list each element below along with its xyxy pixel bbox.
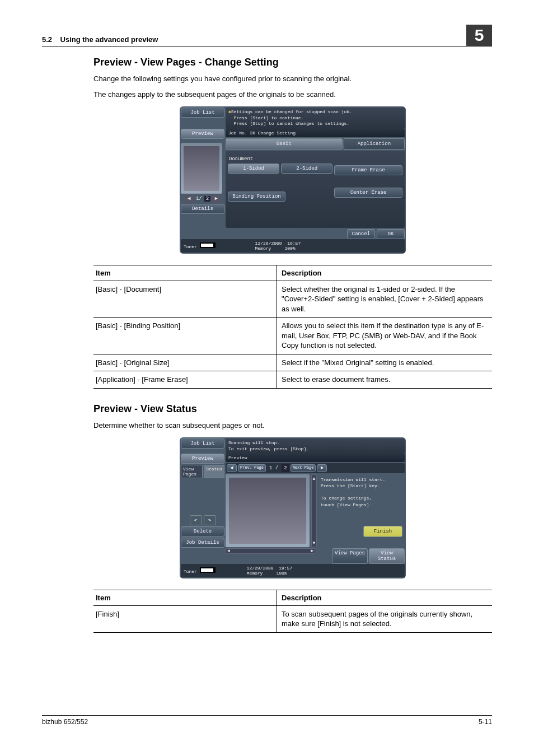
pager-current: 1 / — [267, 464, 280, 472]
footer-page-number: 5-11 — [479, 718, 492, 726]
info-line: To change settings, — [321, 496, 372, 501]
cell-desc: Select to erase document frames. — [277, 371, 492, 389]
page-preview — [226, 474, 310, 547]
one-sided-button[interactable]: 1-Sided — [228, 164, 279, 174]
cell-desc: Select if the "Mixed Original" setting i… — [277, 354, 492, 371]
prev-page-button[interactable]: Prev. Page — [238, 464, 266, 472]
page-footer: bizhub 652/552 5-11 — [42, 715, 492, 726]
job-details-button[interactable]: Job Details — [181, 538, 224, 548]
instruction-note: Scanning will stop. To exit preview, pre… — [226, 438, 405, 454]
cancel-button[interactable]: Cancel — [347, 229, 375, 239]
preview-button[interactable]: Preview — [181, 454, 224, 464]
tab-basic[interactable]: Basic — [226, 138, 343, 150]
document-label: Document — [228, 153, 332, 162]
two-sided-button[interactable]: 2-Sided — [281, 164, 332, 174]
info-line: Transmission will start. — [321, 477, 385, 482]
info-line: touch [View Pages]. — [321, 502, 372, 507]
tab-row: Basic Application — [226, 138, 405, 150]
table-view-status: Item Description [Finish]To scan subsequ… — [93, 590, 492, 633]
job-list-button[interactable]: Job List — [181, 108, 224, 118]
table-change-setting: Item Description [Basic] - [Document]Sel… — [93, 265, 492, 389]
col-item: Item — [93, 265, 277, 281]
screenshot-view-status: Job List Scanning will stop. To exit pre… — [180, 437, 406, 578]
footer-memory-label: Memory — [247, 571, 263, 576]
toner-label: Toner — [184, 244, 197, 249]
note-line: Scanning will stop. — [228, 440, 279, 445]
prev-arrow-icon[interactable]: ◄ — [227, 464, 237, 472]
center-erase-button[interactable]: Center Erase — [334, 188, 402, 198]
status-info: Transmission will start. Press the [Star… — [318, 474, 405, 547]
pager-current: 1/ — [195, 196, 203, 202]
section-title: Using the advanced preview — [60, 35, 158, 44]
next-page-button[interactable]: Next Page — [291, 464, 316, 472]
toner-gauge-icon — [200, 242, 216, 248]
instruction-note: ◆Settings can be changed for stopped sca… — [226, 108, 405, 128]
paragraph: Determine whether to scan subsequent pag… — [93, 421, 492, 431]
horizontal-scrollbar[interactable]: ◄► — [226, 548, 315, 554]
cell-item: [Basic] - [Binding Position] — [93, 318, 277, 354]
frame-erase-button[interactable]: Frame Erase — [334, 165, 402, 175]
footer-date: 12/29/2009 — [255, 241, 282, 246]
view-status-button[interactable]: View Status — [369, 548, 405, 564]
view-pages-sidetab[interactable]: View Pages — [181, 465, 203, 478]
paragraph: Change the following settings you have c… — [93, 74, 492, 84]
note-line: Press [Start] to continue. — [234, 115, 304, 120]
view-pages-button[interactable]: View Pages — [332, 548, 368, 564]
next-arrow-icon[interactable]: ► — [212, 195, 221, 203]
toner-label: Toner — [184, 569, 197, 574]
mfp-footer: Toner 12/29/2009 19:57Memory 100% — [181, 239, 405, 253]
cell-desc: Allows you to select this item if the de… — [277, 318, 492, 354]
footer-memory-pct: 100% — [284, 246, 295, 251]
prev-arrow-icon[interactable]: ◄ — [185, 195, 194, 203]
binding-position-button[interactable]: Binding Position — [228, 192, 285, 202]
info-line: Press the [Start] key. — [321, 483, 380, 488]
cell-item: [Finish] — [93, 605, 277, 632]
cell-desc: To scan subsequent pages of the original… — [277, 605, 492, 632]
col-description: Description — [277, 590, 492, 605]
vertical-scrollbar[interactable]: ▲▼ — [311, 474, 317, 547]
footer-memory-pct: 100% — [276, 571, 287, 576]
footer-time: 19:57 — [279, 566, 292, 571]
footer-model: bizhub 652/552 — [42, 718, 88, 726]
view-area: ▲▼ Transmission will start. Press the [S… — [226, 474, 405, 547]
running-head: 5.2 Using the advanced preview 5 — [42, 22, 492, 46]
cell-item: [Basic] - [Document] — [93, 281, 277, 318]
section-number: 5.2 — [42, 35, 52, 44]
settings-panel: Document 1-Sided 2-Sided Binding Positio… — [226, 151, 405, 228]
pager: ◄ 1/ 2 ► — [181, 195, 224, 203]
note-line: To exit preview, press [Stop]. — [228, 446, 309, 451]
note-line: Settings can be changed for stopped scan… — [231, 109, 352, 114]
col-description: Description — [277, 265, 492, 281]
pager-total: 2 — [282, 464, 289, 472]
screenshot-change-setting: Job List ◆Settings can be changed for st… — [180, 106, 406, 253]
paragraph: The changes apply to the subsequent page… — [93, 90, 492, 100]
table-row: [Basic] - [Document]Select whether the o… — [93, 281, 492, 318]
page-thumbnail[interactable] — [181, 143, 222, 194]
cell-item: [Basic] - [Original Size] — [93, 354, 277, 371]
pager-total: 2 — [204, 196, 210, 202]
tab-application[interactable]: Application — [344, 138, 405, 150]
finish-button[interactable]: Finish — [363, 526, 402, 538]
rotate-left-icon[interactable]: ↶ — [190, 515, 202, 525]
job-list-button[interactable]: Job List — [181, 438, 224, 449]
rotate-right-icon[interactable]: ↷ — [204, 515, 216, 525]
details-button[interactable]: Details — [181, 204, 224, 214]
status-sidetab[interactable]: Status — [204, 465, 224, 478]
job-bar: Job No. 36 Change Setting — [226, 129, 405, 137]
ok-button[interactable]: OK — [377, 229, 405, 239]
preview-bar: Preview — [226, 454, 405, 462]
table-row: [Basic] - [Original Size]Select if the "… — [93, 354, 492, 371]
heading-view-status: Preview - View Status — [93, 403, 492, 415]
toner-gauge-icon — [200, 567, 216, 573]
cell-item: [Application] - [Frame Erase] — [93, 371, 277, 389]
footer-memory-label: Memory — [255, 246, 271, 251]
footer-date: 12/29/2009 — [247, 566, 274, 571]
table-row: [Basic] - [Binding Position]Allows you t… — [93, 318, 492, 354]
table-row: [Finish]To scan subsequent pages of the … — [93, 605, 492, 632]
preview-button[interactable]: Preview — [181, 129, 224, 139]
chapter-badge: 5 — [466, 25, 492, 46]
delete-button[interactable]: Delete — [181, 526, 224, 536]
footer-time: 19:57 — [287, 241, 301, 246]
mfp-footer: Toner 12/29/2009 19:57Memory 100% — [181, 564, 405, 577]
next-arrow-icon[interactable]: ► — [317, 464, 327, 472]
